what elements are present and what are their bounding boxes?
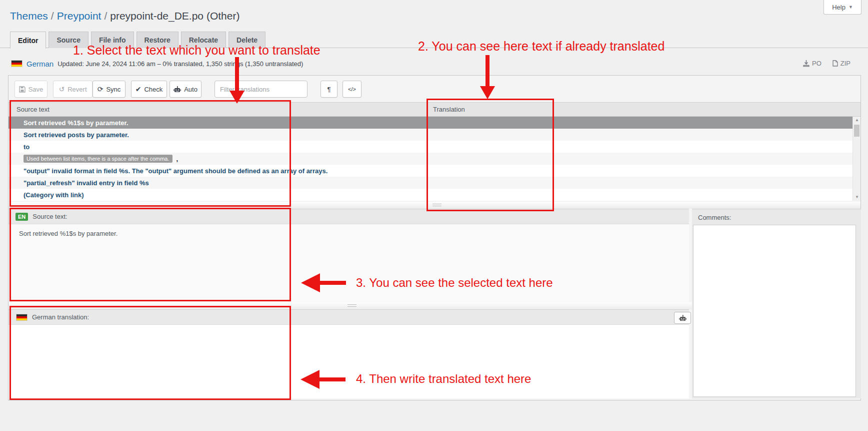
breadcrumb-preypoint-link[interactable]: Preypoint: [57, 10, 102, 22]
table-row[interactable]: "output" invalid format in field %s. The…: [8, 165, 852, 177]
panel-resize-handle[interactable]: [8, 202, 860, 209]
robot-icon: [679, 315, 686, 321]
chevron-down-icon: ▼: [848, 5, 853, 10]
comments-editor[interactable]: [693, 225, 856, 397]
file-status-text: Updated: June 24, 2024 11:06 am – 0% tra…: [58, 60, 303, 68]
breadcrumb-separator: /: [101, 10, 110, 22]
revert-button[interactable]: ↺ Revert: [53, 81, 92, 98]
table-row[interactable]: (Category with link): [8, 189, 852, 201]
language-status-line: German Updated: June 24, 2024 11:06 am –…: [11, 59, 303, 69]
annotation-step1-text: 1. Select the text which you want to tra…: [73, 43, 320, 58]
table-scrollbar[interactable]: ▲ ▼: [852, 117, 860, 201]
comments-label: Comments:: [698, 214, 731, 221]
table-row[interactable]: to: [8, 141, 852, 153]
source-text-content: Sort retrieved %1$s by parameter.: [19, 230, 118, 237]
language-link[interactable]: German: [26, 60, 54, 68]
code-icon: </>: [348, 86, 356, 92]
annotation-arrow3: [319, 281, 346, 285]
annotation-arrow1-head: [230, 91, 244, 104]
revert-icon: ↺: [58, 86, 64, 93]
pilcrow-icon: ¶: [328, 86, 331, 93]
annotation-step4-text: 4. Then write translated text here: [356, 372, 531, 386]
annotation-arrow1: [235, 57, 239, 91]
download-icon: [803, 60, 810, 67]
comments-panel: Comments:: [692, 209, 861, 398]
sync-icon: ⟳: [98, 86, 104, 93]
help-label: Help: [832, 4, 846, 11]
download-po-link[interactable]: PO: [803, 59, 822, 68]
table-row[interactable]: Sort retrieved posts by parameter.: [8, 129, 852, 141]
scroll-up-icon[interactable]: ▲: [853, 117, 861, 124]
table-header: Source text Translation: [8, 102, 860, 117]
column-divider: [427, 105, 428, 115]
german-translation-panel-header: German translation:: [8, 309, 689, 325]
save-button[interactable]: Save: [14, 81, 48, 98]
code-view-button[interactable]: </>: [342, 81, 362, 98]
filter-translations-input[interactable]: [214, 81, 308, 98]
breadcrumb-current-file: preypoint-de_DE.po (Other): [110, 10, 240, 22]
scroll-down-icon[interactable]: ▼: [853, 194, 861, 201]
annotation-arrow2-head: [480, 86, 495, 99]
context-badge: Used between list items, there is a spac…: [24, 155, 172, 163]
en-language-badge: EN: [16, 213, 28, 221]
editor-container: Save ↺ Revert ⟳ Sync ✔ Check Auto ¶ </> …: [8, 75, 861, 400]
german-translation-label: German translation:: [32, 313, 89, 321]
translations-table: Sort retrieved %1$s by parameter. Sort r…: [8, 117, 852, 201]
table-row[interactable]: Sort retrieved %1$s by parameter.: [8, 117, 852, 129]
table-row[interactable]: Used between list items, there is a spac…: [8, 153, 852, 165]
annotation-arrow2: [486, 55, 490, 87]
save-icon: [19, 86, 26, 93]
robot-icon: [174, 86, 181, 93]
loco-translate-editor-page: Themes/Preypoint/preypoint-de_DE.po (Oth…: [0, 0, 868, 431]
translation-column-header: Translation: [433, 106, 465, 113]
breadcrumb-separator: /: [48, 10, 57, 22]
annotation-step3-text: 3. You can see the selected text here: [356, 276, 553, 290]
check-icon: ✔: [136, 86, 142, 93]
german-flag-icon: [16, 314, 28, 321]
tab-editor[interactable]: Editor: [10, 32, 46, 49]
annotation-arrow3-head: [301, 273, 320, 292]
file-icon: [832, 60, 838, 67]
check-button[interactable]: ✔ Check: [131, 81, 167, 98]
breadcrumb-themes-link[interactable]: Themes: [10, 10, 48, 22]
download-links: PO ZIP: [803, 59, 850, 68]
auto-translate-button[interactable]: Auto: [170, 81, 202, 98]
source-text-label: Source text:: [32, 213, 67, 220]
source-text-viewer[interactable]: Sort retrieved %1$s by parameter.: [8, 224, 689, 302]
annotation-arrow4-head: [300, 370, 320, 389]
help-button[interactable]: Help ▼: [824, 0, 862, 15]
source-text-column-header: Source text: [16, 106, 50, 113]
source-text-panel-header: EN Source text:: [8, 209, 689, 224]
table-row[interactable]: "partial_refresh" invalid entry in field…: [8, 177, 852, 189]
invisibles-toggle-button[interactable]: ¶: [320, 81, 338, 98]
scrollbar-thumb[interactable]: [854, 125, 860, 137]
german-flag-icon: [11, 60, 22, 67]
breadcrumb: Themes/Preypoint/preypoint-de_DE.po (Oth…: [10, 10, 240, 22]
auto-translate-field-button[interactable]: [674, 312, 691, 324]
annotation-step2-text: 2. You can see here text if already tran…: [418, 39, 664, 54]
annotation-arrow4: [318, 377, 346, 381]
german-translation-editor[interactable]: [8, 325, 689, 398]
download-zip-link[interactable]: ZIP: [832, 59, 850, 68]
sync-button[interactable]: ⟳ Sync: [92, 81, 126, 98]
